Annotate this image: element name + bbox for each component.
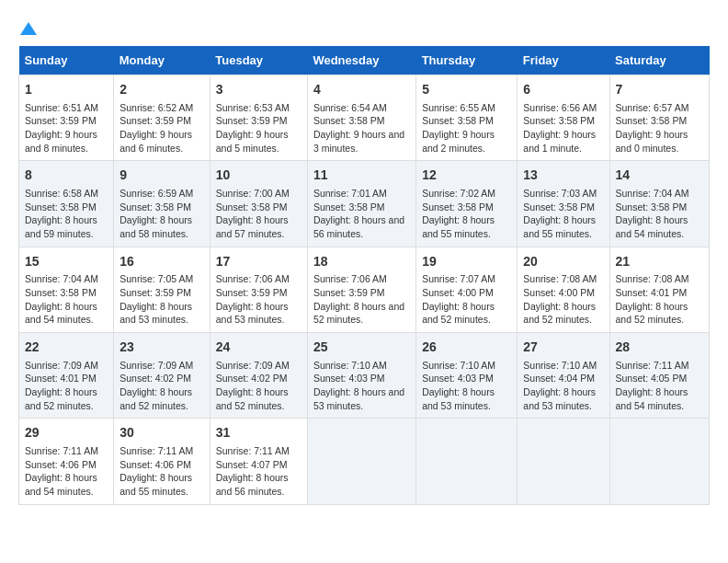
calendar-cell: 16Sunrise: 7:05 AMSunset: 3:59 PMDayligh… <box>114 247 210 332</box>
sunset-text: Sunset: 3:58 PM <box>616 201 688 213</box>
sunrise-text: Sunrise: 7:11 AM <box>119 445 193 456</box>
sunset-text: Sunset: 4:02 PM <box>216 373 288 384</box>
calendar-cell: 28Sunrise: 7:11 AMSunset: 4:05 PMDayligh… <box>609 333 710 419</box>
daylight-text: Daylight: 8 hours and 52 minutes. <box>523 301 596 326</box>
sunset-text: Sunset: 4:01 PM <box>616 287 688 298</box>
calendar-cell: 4Sunrise: 6:54 AMSunset: 3:58 PMDaylight… <box>307 75 415 161</box>
calendar-cell: 11Sunrise: 7:01 AMSunset: 3:58 PMDayligh… <box>307 161 415 247</box>
day-number: 4 <box>313 81 410 99</box>
day-number: 15 <box>25 253 108 271</box>
sunset-text: Sunset: 4:00 PM <box>422 287 494 298</box>
sunrise-text: Sunrise: 7:08 AM <box>616 273 689 284</box>
calendar-table: SundayMondayTuesdayWednesdayThursdayFrid… <box>18 46 710 505</box>
header-day-saturday: Saturday <box>609 46 710 75</box>
day-number: 9 <box>119 167 204 185</box>
header-day-tuesday: Tuesday <box>210 46 307 75</box>
calendar-cell: 27Sunrise: 7:10 AMSunset: 4:04 PMDayligh… <box>518 333 609 419</box>
calendar-cell: 23Sunrise: 7:09 AMSunset: 4:02 PMDayligh… <box>114 333 210 419</box>
day-number: 11 <box>313 167 410 185</box>
sunset-text: Sunset: 3:59 PM <box>119 287 191 298</box>
header-day-sunday: Sunday <box>19 46 114 75</box>
daylight-text: Daylight: 8 hours and 55 minutes. <box>523 214 596 239</box>
calendar-cell: 9Sunrise: 6:59 AMSunset: 3:58 PMDaylight… <box>114 161 210 247</box>
sunrise-text: Sunrise: 7:03 AM <box>523 188 597 199</box>
calendar-cell: 5Sunrise: 6:55 AMSunset: 3:58 PMDaylight… <box>416 75 518 161</box>
daylight-text: Daylight: 9 hours and 5 minutes. <box>216 129 289 154</box>
sunrise-text: Sunrise: 7:10 AM <box>422 360 495 371</box>
calendar-cell: 1Sunrise: 6:51 AMSunset: 3:59 PMDaylight… <box>19 75 114 161</box>
week-row-1: 1Sunrise: 6:51 AMSunset: 3:59 PMDaylight… <box>19 75 710 161</box>
sunrise-text: Sunrise: 7:05 AM <box>119 273 193 284</box>
day-number: 18 <box>313 253 410 271</box>
calendar-cell: 20Sunrise: 7:08 AMSunset: 4:00 PMDayligh… <box>518 247 609 332</box>
header-day-thursday: Thursday <box>416 46 518 75</box>
day-number: 27 <box>523 339 603 357</box>
sunset-text: Sunset: 4:05 PM <box>616 373 688 384</box>
daylight-text: Daylight: 8 hours and 52 minutes. <box>616 301 688 326</box>
sunset-text: Sunset: 3:58 PM <box>25 287 97 298</box>
sunset-text: Sunset: 4:07 PM <box>216 459 288 470</box>
daylight-text: Daylight: 8 hours and 53 minutes. <box>119 301 192 326</box>
sunrise-text: Sunrise: 7:00 AM <box>216 188 290 199</box>
calendar-cell: 18Sunrise: 7:06 AMSunset: 3:59 PMDayligh… <box>307 247 415 332</box>
day-number: 5 <box>422 81 511 99</box>
sunrise-text: Sunrise: 7:11 AM <box>216 445 290 456</box>
sunset-text: Sunset: 3:58 PM <box>216 201 288 213</box>
header-day-monday: Monday <box>114 46 210 75</box>
calendar-cell: 15Sunrise: 7:04 AMSunset: 3:58 PMDayligh… <box>19 247 114 332</box>
sunset-text: Sunset: 3:58 PM <box>616 115 688 126</box>
sunset-text: Sunset: 3:58 PM <box>523 201 595 213</box>
sunrise-text: Sunrise: 7:10 AM <box>523 360 597 371</box>
day-number: 25 <box>313 339 410 357</box>
daylight-text: Daylight: 8 hours and 54 minutes. <box>616 386 688 411</box>
daylight-text: Daylight: 8 hours and 58 minutes. <box>119 214 192 239</box>
sunset-text: Sunset: 4:02 PM <box>119 373 191 384</box>
sunrise-text: Sunrise: 7:06 AM <box>313 273 387 284</box>
sunrise-text: Sunrise: 7:04 AM <box>25 273 98 284</box>
daylight-text: Daylight: 8 hours and 56 minutes. <box>313 214 404 239</box>
calendar-header: SundayMondayTuesdayWednesdayThursdayFrid… <box>19 46 710 75</box>
calendar-cell: 25Sunrise: 7:10 AMSunset: 4:03 PMDayligh… <box>307 333 415 419</box>
calendar-cell: 19Sunrise: 7:07 AMSunset: 4:00 PMDayligh… <box>416 247 518 332</box>
sunrise-text: Sunrise: 7:06 AM <box>216 273 290 284</box>
daylight-text: Daylight: 8 hours and 54 minutes. <box>25 301 97 326</box>
svg-marker-0 <box>20 22 37 35</box>
header-row: SundayMondayTuesdayWednesdayThursdayFrid… <box>19 46 710 75</box>
calendar-cell <box>609 419 710 504</box>
sunset-text: Sunset: 3:59 PM <box>25 115 97 126</box>
calendar-cell <box>518 419 609 504</box>
daylight-text: Daylight: 8 hours and 53 minutes. <box>313 386 404 411</box>
day-number: 3 <box>216 81 301 99</box>
sunset-text: Sunset: 3:59 PM <box>216 115 288 126</box>
week-row-5: 29Sunrise: 7:11 AMSunset: 4:06 PMDayligh… <box>19 419 710 504</box>
sunset-text: Sunset: 3:58 PM <box>119 201 191 213</box>
calendar-cell: 31Sunrise: 7:11 AMSunset: 4:07 PMDayligh… <box>210 419 307 504</box>
daylight-text: Daylight: 8 hours and 54 minutes. <box>616 214 688 239</box>
week-row-3: 15Sunrise: 7:04 AMSunset: 3:58 PMDayligh… <box>19 247 710 332</box>
sunrise-text: Sunrise: 6:56 AM <box>523 102 597 113</box>
daylight-text: Daylight: 9 hours and 6 minutes. <box>119 129 192 154</box>
day-number: 16 <box>119 253 204 271</box>
day-number: 7 <box>616 81 704 99</box>
calendar-cell: 29Sunrise: 7:11 AMSunset: 4:06 PMDayligh… <box>19 419 114 504</box>
calendar-cell: 21Sunrise: 7:08 AMSunset: 4:01 PMDayligh… <box>609 247 710 332</box>
sunrise-text: Sunrise: 6:57 AM <box>616 102 689 113</box>
sunrise-text: Sunrise: 7:07 AM <box>422 273 495 284</box>
daylight-text: Daylight: 8 hours and 52 minutes. <box>216 386 289 411</box>
day-number: 6 <box>523 81 603 99</box>
daylight-text: Daylight: 8 hours and 53 minutes. <box>523 386 596 411</box>
calendar-cell: 10Sunrise: 7:00 AMSunset: 3:58 PMDayligh… <box>210 161 307 247</box>
calendar-cell: 30Sunrise: 7:11 AMSunset: 4:06 PMDayligh… <box>114 419 210 504</box>
sunrise-text: Sunrise: 6:59 AM <box>119 188 193 199</box>
day-number: 31 <box>216 424 301 442</box>
logo <box>18 18 37 37</box>
sunset-text: Sunset: 3:58 PM <box>422 201 494 213</box>
daylight-text: Daylight: 8 hours and 53 minutes. <box>422 386 495 411</box>
calendar-cell: 12Sunrise: 7:02 AMSunset: 3:58 PMDayligh… <box>416 161 518 247</box>
day-number: 13 <box>523 167 603 185</box>
sunset-text: Sunset: 4:03 PM <box>422 373 494 384</box>
sunrise-text: Sunrise: 7:01 AM <box>313 188 387 199</box>
calendar-cell: 17Sunrise: 7:06 AMSunset: 3:59 PMDayligh… <box>210 247 307 332</box>
sunrise-text: Sunrise: 7:09 AM <box>119 360 193 371</box>
day-number: 19 <box>422 253 511 271</box>
